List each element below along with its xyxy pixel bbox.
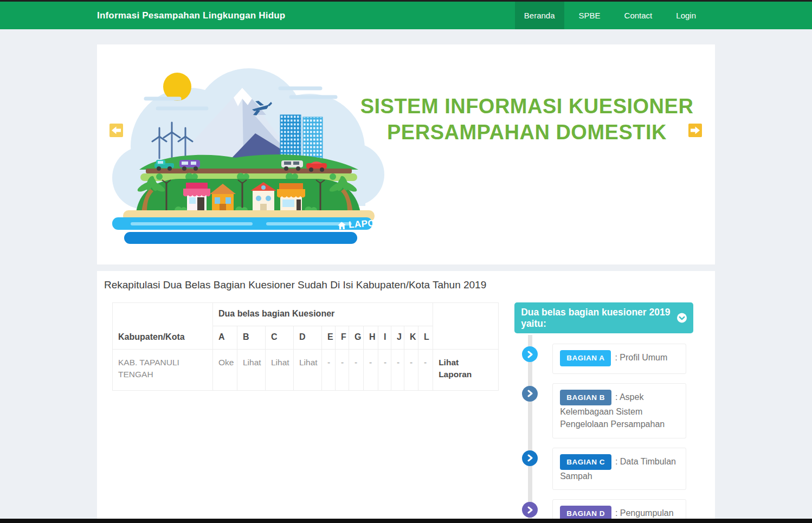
cell-J: -: [391, 350, 404, 391]
cell-B[interactable]: Lihat: [237, 350, 266, 391]
navbar: Informasi Pesampahan Lingkungan Hidup Be…: [0, 2, 812, 29]
orange-shop: [277, 183, 305, 212]
col-header-kabupaten: Kabupaten/Kota: [113, 303, 213, 350]
table-row: KAB. TAPANULI TENGAHOkeLihatLihatLihat--…: [113, 350, 499, 391]
field: [136, 179, 360, 212]
bagian-badge: BAGIAN B: [560, 390, 611, 406]
navbar-brand[interactable]: Informasi Pesampahan Lingkungan Hidup: [97, 10, 285, 21]
col-header-G: G: [349, 326, 364, 350]
col-header-D: D: [294, 326, 322, 350]
cell-H: -: [364, 350, 378, 391]
col-header-E: E: [322, 326, 336, 350]
nav-item-login[interactable]: Login: [667, 2, 705, 29]
carousel-next-button[interactable]: [688, 124, 702, 137]
hero-illustration: LAPOR: [108, 54, 390, 247]
cell-A[interactable]: Oke: [213, 350, 237, 391]
sun: [163, 73, 191, 101]
col-header-I: I: [378, 326, 391, 350]
col-group-header: Dua belas bagian Kuesioner: [213, 303, 433, 326]
bagian-badge: BAGIAN A: [560, 350, 611, 366]
col-header-L: L: [418, 326, 433, 350]
sidebar-item-bagian-a: BAGIAN A: Profil Umum: [514, 344, 693, 374]
carousel-prev-button[interactable]: [109, 124, 123, 137]
water: [112, 217, 372, 244]
sidebar-header[interactable]: Dua belas bagian kuesioner 2019 yaitu:: [514, 302, 693, 333]
cell-C[interactable]: Lihat: [266, 350, 294, 391]
bagian-card-bagian-b[interactable]: BAGIAN B: Aspek Kelembagaan Sistem Penge…: [552, 383, 686, 438]
hero-title-line1: SISTEM INFORMASI KUESIONER: [352, 93, 702, 119]
col-header-K: K: [404, 326, 418, 350]
arrow-left-icon: [109, 124, 123, 137]
cell-K: -: [404, 350, 418, 391]
col-header-F: F: [336, 326, 349, 350]
footer-bar: [0, 519, 812, 523]
chevron-circle-icon: [522, 450, 538, 466]
cell-L: -: [418, 350, 433, 391]
nav-item-beranda[interactable]: Beranda: [515, 2, 564, 29]
cell-I: -: [378, 350, 391, 391]
chevron-down-icon: [677, 312, 687, 324]
bagian-card-bagian-c[interactable]: BAGIAN C: Data Timbulan Sampah: [552, 448, 686, 490]
col-header-action: [433, 303, 499, 350]
bagian-description: : Profil Umum: [615, 353, 667, 362]
bagian-card-bagian-a[interactable]: BAGIAN A: Profil Umum: [552, 344, 686, 374]
sidebar-item-bagian-c: BAGIAN C: Data Timbulan Sampah: [514, 448, 693, 490]
bagian-badge: BAGIAN C: [560, 454, 611, 470]
col-header-B: B: [237, 326, 266, 350]
sidebar-timeline: BAGIAN A: Profil UmumBAGIAN B: Aspek Kel…: [514, 344, 693, 519]
sidebar-item-bagian-d: BAGIAN D: Pengumpulan dan Penanganan Sam…: [514, 499, 693, 519]
recap-section: Rekapitulasi Dua Belas Bagian Kuesioner …: [97, 271, 715, 519]
bagian-badge: BAGIAN D: [560, 506, 611, 519]
nav-item-spbe[interactable]: SPBE: [570, 2, 610, 29]
table-body: KAB. TAPANULI TENGAHOkeLihatLihatLihat--…: [113, 350, 499, 391]
cell-E: -: [322, 350, 336, 391]
sidebar-header-label: Dua belas bagian kuesioner 2019 yaitu:: [521, 307, 673, 330]
bagian-card-bagian-d[interactable]: BAGIAN D: Pengumpulan dan Penanganan Sam…: [552, 499, 686, 519]
hero-title-line2: PERSAMPAHAN DOMESTIK: [352, 119, 702, 145]
col-header-J: J: [391, 326, 404, 350]
sidebar-item-bagian-b: BAGIAN B: Aspek Kelembagaan Sistem Penge…: [514, 383, 693, 438]
sidebar: Dua belas bagian kuesioner 2019 yaitu: B…: [514, 302, 693, 519]
col-header-C: C: [266, 326, 294, 350]
chevron-circle-icon: [522, 502, 538, 518]
recap-table: Kabupaten/Kota Dua belas bagian Kuesione…: [112, 302, 499, 391]
recap-heading: Rekapitulasi Dua Belas Bagian Kuesioner …: [104, 279, 715, 291]
nav-item-contact[interactable]: Contact: [615, 2, 662, 29]
cell-F: -: [336, 350, 349, 391]
hero-title: SISTEM INFORMASI KUESIONER PERSAMPAHAN D…: [352, 93, 702, 145]
nav-menu: BerandaSPBEContactLogin: [510, 2, 705, 29]
hero-carousel: LAPOR SISTEM INFORMASI KUESIONER PERSAMP…: [97, 44, 715, 264]
col-header-A: A: [213, 326, 237, 350]
pink-shop: [183, 183, 210, 212]
chevron-circle-icon: [522, 346, 538, 362]
home-icon: [338, 222, 346, 230]
col-header-H: H: [364, 326, 378, 350]
arrow-right-icon: [688, 124, 702, 137]
cell-G: -: [349, 350, 364, 391]
lihat-laporan-link[interactable]: Lihat Laporan: [433, 350, 499, 391]
cell-D[interactable]: Lihat: [294, 350, 322, 391]
chevron-circle-icon: [522, 386, 538, 402]
eco-city-illustration: [108, 54, 390, 247]
cell-kabupaten: KAB. TAPANULI TENGAH: [113, 350, 213, 391]
